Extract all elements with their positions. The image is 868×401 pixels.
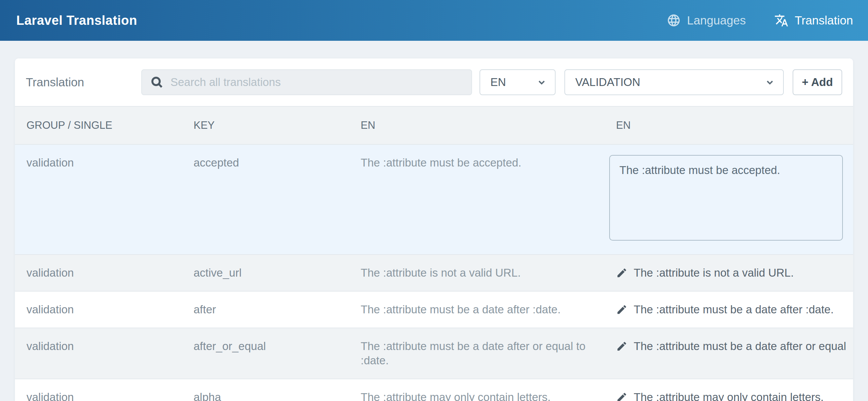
edit-pencil-icon — [616, 267, 628, 279]
cell-translation[interactable]: The :attribute must be a date after :dat… — [604, 292, 853, 328]
column-header-source-lang: EN — [349, 107, 604, 144]
navbar: Laravel Translation Languages Translatio… — [0, 0, 868, 41]
search-icon — [150, 75, 164, 89]
cell-source-text: The :attribute must be accepted. — [349, 145, 604, 254]
cell-source-text: The :attribute must be a date after or e… — [349, 328, 604, 379]
cell-group: validation — [15, 328, 182, 379]
column-header-key: KEY — [182, 107, 349, 144]
cell-group: validation — [15, 255, 182, 291]
column-header-target-lang: EN — [604, 107, 853, 144]
cell-translation[interactable]: The :attribute is not a valid URL. — [604, 255, 853, 291]
translation-text: The :attribute is not a valid URL. — [634, 266, 794, 280]
cell-key: active_url — [182, 255, 349, 291]
cell-key: accepted — [182, 145, 349, 254]
main-content: Translation EN VALIDATION + Add GROUP / … — [0, 41, 868, 401]
table-row: validation alpha The :attribute may only… — [15, 379, 853, 401]
app-title: Laravel Translation — [16, 13, 137, 28]
nav-link-label: Translation — [795, 14, 853, 27]
cell-group: validation — [15, 145, 182, 254]
cell-group: validation — [15, 379, 182, 401]
translation-text: The :attribute must be a date after :dat… — [634, 302, 834, 317]
chevron-down-icon — [765, 78, 774, 87]
navbar-links: Languages Translation — [667, 13, 853, 28]
translate-icon — [774, 13, 789, 28]
language-select[interactable]: EN — [480, 69, 556, 95]
search-wrap — [141, 69, 472, 95]
translation-text: The :attribute must be a date after or e… — [634, 339, 846, 353]
search-input[interactable] — [141, 69, 472, 95]
group-select[interactable]: VALIDATION — [564, 69, 784, 95]
cell-translation-editing: The :attribute must be accepted. — [604, 145, 853, 254]
translation-card: Translation EN VALIDATION + Add GROUP / … — [15, 58, 853, 401]
column-header-group: GROUP / SINGLE — [15, 107, 182, 144]
page-title: Translation — [26, 75, 141, 89]
nav-link-label: Languages — [687, 14, 746, 27]
edit-pencil-icon — [616, 391, 628, 401]
table-header-row: GROUP / SINGLE KEY EN EN — [15, 106, 853, 145]
table-row: validation active_url The :attribute is … — [15, 255, 853, 292]
group-select-value: VALIDATION — [575, 76, 640, 89]
cell-source-text: The :attribute must be a date after :dat… — [349, 292, 604, 328]
edit-pencil-icon — [616, 341, 628, 352]
translation-textarea[interactable]: The :attribute must be accepted. — [609, 155, 843, 241]
cell-key: after — [182, 292, 349, 328]
chevron-down-icon — [537, 78, 546, 87]
cell-group: validation — [15, 292, 182, 328]
cell-source-text: The :attribute may only contain letters. — [349, 379, 604, 401]
nav-link-translation[interactable]: Translation — [774, 13, 853, 28]
nav-link-languages[interactable]: Languages — [667, 13, 746, 28]
table-row: validation after The :attribute must be … — [15, 292, 853, 328]
cell-source-text: The :attribute is not a valid URL. — [349, 255, 604, 291]
toolbar: Translation EN VALIDATION + Add — [15, 58, 853, 106]
cell-key: after_or_equal — [182, 328, 349, 379]
cell-key: alpha — [182, 379, 349, 401]
add-button[interactable]: + Add — [793, 69, 842, 95]
table-row: validation after_or_equal The :attribute… — [15, 328, 853, 379]
globe-icon — [667, 13, 681, 28]
cell-translation[interactable]: The :attribute must be a date after or e… — [604, 328, 853, 379]
table-row: validation accepted The :attribute must … — [15, 145, 853, 255]
edit-pencil-icon — [616, 304, 628, 315]
cell-translation[interactable]: The :attribute may only contain letters. — [604, 379, 853, 401]
language-select-value: EN — [490, 76, 506, 89]
translation-text: The :attribute may only contain letters. — [634, 390, 824, 401]
